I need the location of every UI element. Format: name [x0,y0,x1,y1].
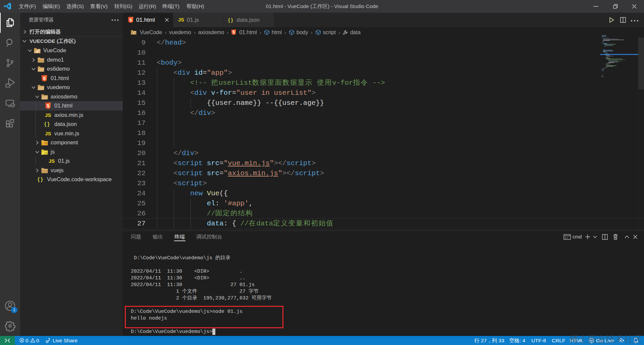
svg-text:5: 5 [47,103,49,109]
svg-text:JS: JS [44,151,48,155]
svg-text:5: 5 [43,75,46,81]
svg-text:C:\: C:\ [565,236,569,239]
svg-text:5: 5 [129,17,132,22]
svg-text:5: 5 [233,30,235,34]
